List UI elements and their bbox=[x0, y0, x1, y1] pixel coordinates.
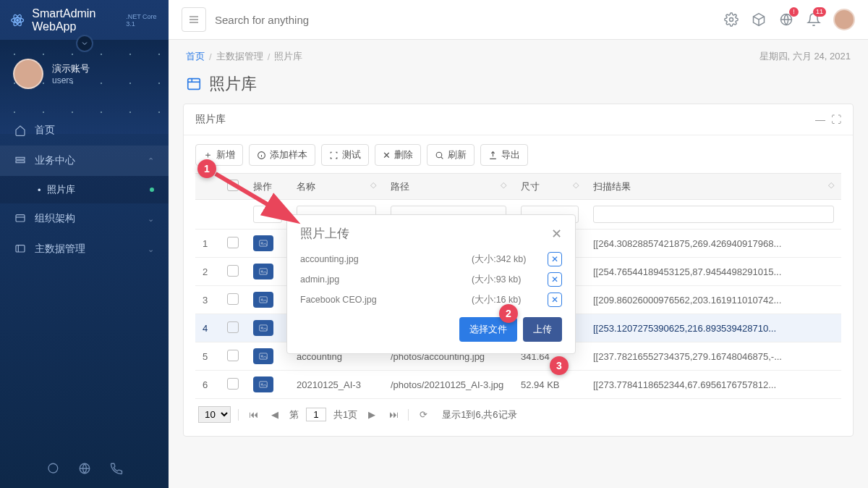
svg-rect-16 bbox=[188, 79, 200, 90]
row-checkbox[interactable] bbox=[227, 293, 239, 305]
row-action[interactable] bbox=[253, 348, 273, 364]
row-action[interactable] bbox=[253, 292, 273, 308]
row-checkbox[interactable] bbox=[227, 237, 239, 248]
crumb-1[interactable]: 主数据管理 bbox=[216, 50, 263, 63]
pager-summary: 显示1到6,共6记录 bbox=[442, 408, 516, 421]
annotation-1: 1 bbox=[197, 159, 216, 178]
upload-file-line: accounting.jpg(大小:342 kb)✕ bbox=[300, 249, 562, 269]
topbar: ! 11 bbox=[169, 0, 868, 40]
breadcrumb: 首页 / 主数据管理 / 照片库 星期四, 六月 24, 2021 bbox=[169, 40, 868, 73]
globe-badge: ! bbox=[789, 7, 799, 17]
prev-page[interactable]: ◀ bbox=[268, 408, 282, 422]
dialog-close[interactable]: ✕ bbox=[551, 226, 562, 242]
page-number[interactable] bbox=[306, 408, 326, 421]
export-button[interactable]: 导出 bbox=[480, 144, 528, 166]
svg-rect-26 bbox=[260, 269, 268, 274]
nav-master-label: 主数据管理 bbox=[35, 243, 85, 256]
reload[interactable]: ⟳ bbox=[416, 408, 430, 422]
svg-rect-4 bbox=[16, 157, 25, 159]
panel-fullscreen[interactable]: ⛶ bbox=[831, 114, 841, 125]
bell-button[interactable]: 11 bbox=[806, 12, 822, 28]
logo-icon bbox=[10, 11, 25, 30]
page-title: 照片库 bbox=[169, 73, 868, 104]
row-action[interactable] bbox=[253, 264, 273, 279]
toolbar: ＋新增 添加样本 测试 ✕删除 刷新 导出 bbox=[195, 144, 841, 166]
info-icon bbox=[257, 151, 266, 160]
svg-point-3 bbox=[17, 19, 19, 21]
filter-scan[interactable] bbox=[593, 206, 834, 223]
chevron-down-icon: ⌄ bbox=[148, 214, 154, 224]
menu-icon bbox=[188, 14, 200, 25]
delete-button[interactable]: ✕删除 bbox=[375, 144, 421, 166]
row-checkbox[interactable] bbox=[227, 265, 239, 277]
col-path[interactable]: 路径◇ bbox=[383, 174, 514, 200]
brand[interactable]: SmartAdmin WebApp .NET Core 3.1 bbox=[0, 0, 169, 40]
chevron-down-icon: ⌄ bbox=[148, 245, 154, 254]
row-checkbox[interactable] bbox=[227, 378, 239, 390]
upload-dialog: 照片上传 ✕ accounting.jpg(大小:342 kb)✕admin.j… bbox=[286, 214, 576, 354]
sample-button[interactable]: 添加样本 bbox=[249, 144, 315, 166]
test-button[interactable]: 测试 bbox=[321, 144, 369, 166]
svg-point-33 bbox=[261, 356, 263, 357]
table-row[interactable]: 620210125_AI-3/photos/20210125_AI-3.jpg5… bbox=[195, 371, 841, 399]
nav-biz-photos-label: 照片库 bbox=[47, 183, 75, 196]
svg-point-14 bbox=[730, 18, 733, 22]
svg-line-36 bbox=[216, 174, 289, 217]
topbar-avatar[interactable] bbox=[833, 9, 855, 30]
col-size[interactable]: 尺寸◇ bbox=[514, 174, 586, 200]
row-action[interactable] bbox=[253, 235, 273, 251]
nav-home[interactable]: 首页 bbox=[0, 115, 169, 146]
crumb-2: 照片库 bbox=[274, 50, 302, 63]
brand-name: SmartAdmin WebApp bbox=[32, 7, 119, 33]
page-size[interactable]: 10 bbox=[198, 406, 231, 423]
nav-biz[interactable]: 业务中心 ⌃ bbox=[0, 146, 169, 176]
remove-file[interactable]: ✕ bbox=[548, 293, 562, 307]
sidebar: SmartAdmin WebApp .NET Core 3.1 演示账号 use… bbox=[0, 0, 169, 488]
row-action[interactable] bbox=[253, 320, 273, 336]
row-checkbox[interactable] bbox=[227, 350, 239, 361]
remove-file[interactable]: ✕ bbox=[548, 272, 562, 287]
layers-icon bbox=[14, 155, 26, 167]
col-scan[interactable]: 扫描结果◇ bbox=[586, 174, 841, 200]
menu-toggle[interactable] bbox=[182, 7, 206, 32]
svg-point-25 bbox=[261, 243, 263, 244]
user-name: 演示账号 bbox=[52, 62, 90, 75]
upload-button[interactable]: 上传 bbox=[523, 317, 562, 342]
cube-button[interactable] bbox=[751, 12, 767, 28]
refresh-button[interactable]: 刷新 bbox=[427, 144, 475, 166]
svg-rect-8 bbox=[16, 245, 25, 252]
last-page[interactable]: ⏭ bbox=[386, 408, 401, 422]
chat-icon[interactable] bbox=[46, 462, 59, 475]
annotation-arrow bbox=[210, 165, 304, 230]
user-role: users bbox=[52, 75, 90, 85]
pager: 10 ⏮ ◀ 第 共1页 ▶ ⏭ ⟳ 显示1到6,共6记录 bbox=[195, 399, 841, 424]
svg-point-22 bbox=[436, 152, 442, 158]
bell-badge: 11 bbox=[813, 7, 826, 17]
row-checkbox[interactable] bbox=[227, 321, 239, 333]
panel-header: 照片库 — ⛶ bbox=[184, 104, 853, 135]
row-action[interactable] bbox=[253, 376, 273, 392]
panel-title: 照片库 bbox=[195, 113, 226, 126]
nav-biz-photos[interactable]: • 照片库 bbox=[0, 176, 169, 203]
remove-file[interactable]: ✕ bbox=[548, 252, 562, 266]
svg-point-35 bbox=[261, 384, 263, 385]
nav-master[interactable]: 主数据管理 ⌄ bbox=[0, 234, 169, 264]
next-page[interactable]: ▶ bbox=[365, 408, 379, 422]
window-icon bbox=[186, 76, 202, 92]
brand-badge: .NET Core 3.1 bbox=[126, 13, 158, 28]
settings-button[interactable] bbox=[723, 12, 739, 28]
avatar bbox=[13, 59, 43, 89]
globe-button[interactable]: ! bbox=[778, 12, 794, 28]
svg-point-27 bbox=[261, 271, 263, 272]
phone-icon[interactable] bbox=[110, 462, 123, 475]
crumb-home[interactable]: 首页 bbox=[186, 50, 205, 63]
nav-org[interactable]: 组织架构 ⌄ bbox=[0, 203, 169, 234]
svg-rect-30 bbox=[260, 325, 268, 331]
first-page[interactable]: ⏮ bbox=[246, 408, 260, 422]
sidebar-toggle[interactable] bbox=[76, 35, 93, 52]
globe-icon[interactable] bbox=[78, 462, 91, 475]
svg-rect-5 bbox=[16, 161, 25, 163]
cube-icon bbox=[752, 12, 766, 27]
search-input[interactable] bbox=[215, 14, 715, 26]
panel-minimize[interactable]: — bbox=[815, 114, 825, 125]
